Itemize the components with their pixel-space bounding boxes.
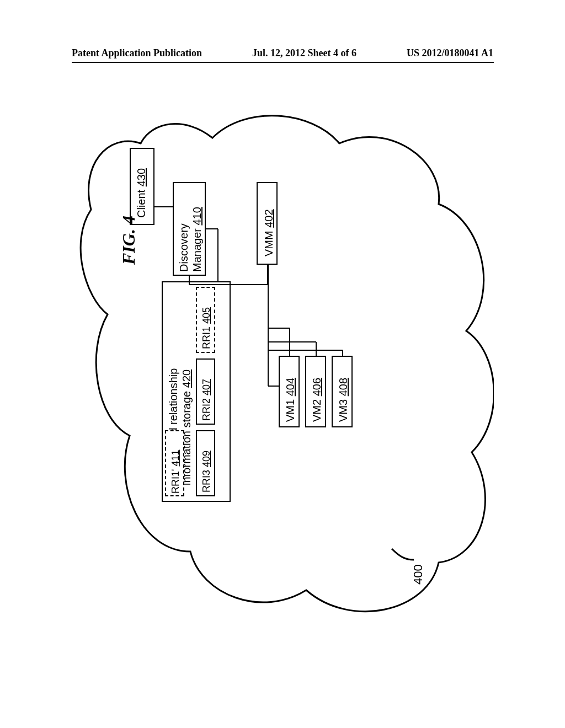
header-left: Patent Application Publication	[72, 47, 202, 59]
header-rule	[72, 62, 494, 63]
header-center: Jul. 12, 2012 Sheet 4 of 6	[252, 47, 356, 59]
connectors	[74, 110, 494, 634]
header-right: US 2012/0180041 A1	[407, 47, 493, 59]
figure-label: FIG. 4	[119, 216, 139, 265]
figure-diagram: 400 Client 430 Discovery Manager 410 VMM…	[74, 110, 494, 634]
